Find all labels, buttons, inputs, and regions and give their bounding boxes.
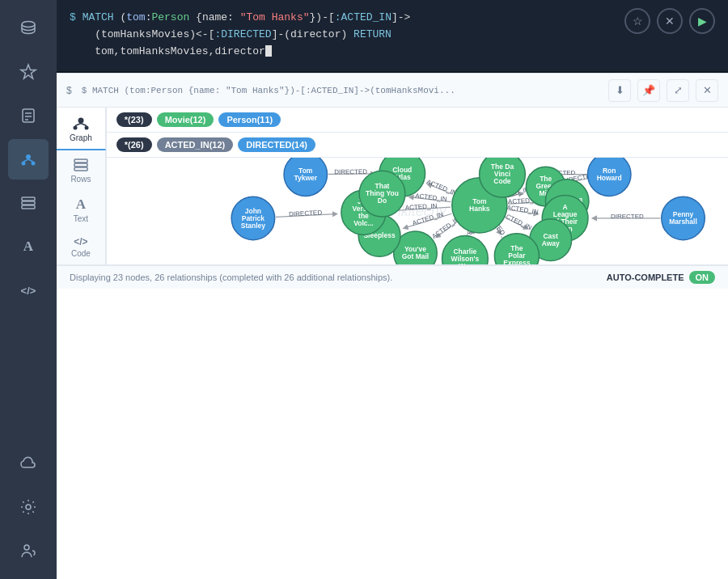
svg-text:DIRECTED: DIRECTED <box>334 168 367 175</box>
svg-text:ACTED_IN: ACTED_IN <box>404 202 437 211</box>
svg-text:Tykwer: Tykwer <box>294 174 317 182</box>
cloud-icon <box>19 454 37 472</box>
result-prompt: $ <box>66 85 72 96</box>
svg-text:DIRECTED: DIRECTED <box>611 213 644 220</box>
query-line2: (tomHanksMovies)<-[:DIRECTED]-(director)… <box>70 27 715 44</box>
svg-rect-11 <box>22 197 35 201</box>
code-icon: </> <box>21 285 36 297</box>
database-icon <box>19 19 37 37</box>
filter-all-rels[interactable]: *(26) <box>116 137 152 152</box>
svg-text:War: War <box>459 262 472 264</box>
graph-svg: ACTED_INACTED_INACTED_INACTED_INACTED_IN… <box>107 158 728 264</box>
svg-text:Howard: Howard <box>596 174 621 182</box>
text-icon: A <box>23 239 33 255</box>
svg-line-10 <box>28 159 33 162</box>
pin-button[interactable]: 📌 <box>637 79 660 102</box>
svg-text:ACTED_IN: ACTED_IN <box>415 192 448 203</box>
sidebar-item-users[interactable] <box>8 530 49 571</box>
graph-section: *(23) Movie(12) Person(11) *(26) ACTED_I… <box>107 108 728 264</box>
svg-point-17 <box>73 126 77 130</box>
sidebar-item-graph[interactable] <box>8 139 49 180</box>
tab-text-label: Text <box>74 214 88 223</box>
match-keyword: MATCH <box>83 11 121 23</box>
view-tabs: Graph Rows A Text </> Code <box>57 108 107 264</box>
users-icon <box>19 542 37 560</box>
svg-text:Marshall: Marshall <box>669 218 697 226</box>
tab-rows[interactable]: Rows <box>57 150 106 190</box>
svg-rect-12 <box>22 201 35 205</box>
svg-rect-13 <box>22 205 35 209</box>
sidebar-item-settings[interactable] <box>8 487 49 527</box>
svg-text:Code: Code <box>493 177 511 185</box>
filter-row-nodes: *(23) Movie(12) Person(11) <box>107 108 728 133</box>
result-panel: $ $ MATCH (tom:Person {name: "Tom Hanks"… <box>57 73 728 579</box>
svg-rect-22 <box>74 163 87 167</box>
status-bar: Displaying 23 nodes, 26 relationships (c… <box>57 265 728 289</box>
svg-point-14 <box>26 505 31 509</box>
svg-rect-23 <box>74 167 87 171</box>
expand-button[interactable]: ⤢ <box>667 79 689 102</box>
auto-complete-value: ON <box>689 271 716 284</box>
filter-acted-in[interactable]: ACTED_IN(12) <box>157 137 234 152</box>
download-button[interactable]: ⬇ <box>608 79 631 102</box>
svg-point-6 <box>26 154 31 159</box>
code-tab-icon: </> <box>74 236 87 247</box>
svg-point-15 <box>24 545 29 550</box>
filter-row-rels: *(26) ACTED_IN(12) DIRECTED(14) <box>107 133 728 158</box>
filter-person[interactable]: Person(11) <box>218 112 281 127</box>
svg-point-7 <box>22 162 26 166</box>
svg-point-0 <box>22 22 35 27</box>
svg-rect-21 <box>74 159 87 163</box>
rows-tab-icon <box>73 157 89 173</box>
text-tab-icon: A <box>76 197 86 213</box>
svg-text:Stanley: Stanley <box>241 222 266 230</box>
close-query-button[interactable]: ✕ <box>657 8 683 34</box>
svg-text:Do: Do <box>378 197 387 205</box>
sidebar-item-history[interactable] <box>8 95 49 136</box>
graph-tab-icon <box>72 114 90 132</box>
svg-text:Volc...: Volc... <box>353 219 373 227</box>
main-content: ☆ ✕ ▶ $ MATCH (tom:Person {name: "Tom Ha… <box>57 0 728 579</box>
status-text: Displaying 23 nodes, 26 relationships (c… <box>70 273 392 282</box>
run-query-button[interactable]: ▶ <box>689 8 715 34</box>
sidebar: A </> <box>0 0 57 579</box>
close-result-button[interactable]: ✕ <box>696 79 718 102</box>
svg-text:Hanks: Hanks <box>469 205 490 213</box>
filter-movie[interactable]: Movie(12) <box>157 112 214 127</box>
filter-directed[interactable]: DIRECTED(14) <box>238 137 315 152</box>
sidebar-item-code[interactable]: </> <box>8 270 49 311</box>
query-line3: tom,tomHanksMovies,director <box>70 44 715 61</box>
sidebar-item-rows[interactable] <box>8 183 49 223</box>
graph-icon <box>19 150 37 168</box>
query-editor[interactable]: ☆ ✕ ▶ $ MATCH (tom:Person {name: "Tom Ha… <box>57 0 728 73</box>
sidebar-item-favorites[interactable] <box>8 52 49 92</box>
result-header: $ $ MATCH (tom:Person {name: "Tom Hanks"… <box>57 74 728 108</box>
prompt: $ <box>70 11 76 23</box>
tab-code[interactable]: </> Code <box>57 230 106 264</box>
svg-marker-1 <box>21 65 36 78</box>
svg-text:ACTED_IN: ACTED_IN <box>412 210 445 226</box>
tab-rows-label: Rows <box>70 175 91 184</box>
svg-text:Away: Away <box>541 239 559 247</box>
editor-toolbar: ☆ ✕ ▶ <box>624 8 715 34</box>
tab-graph-label: Graph <box>70 133 92 142</box>
svg-text:Got Mail: Got Mail <box>401 252 429 260</box>
tab-text[interactable]: A Text <box>57 190 106 230</box>
auto-complete-toggle[interactable]: AUTO-COMPLETE ON <box>607 271 715 284</box>
sidebar-item-cloud[interactable] <box>8 443 49 484</box>
tab-code-label: Code <box>71 249 91 258</box>
gear-icon <box>19 498 37 516</box>
svg-point-18 <box>84 126 88 130</box>
view-tabs-container: Graph Rows A Text </> Code <box>57 108 728 265</box>
graph-area: Vikitechy ACTED_INACTED_INACTED_INACTED_… <box>107 158 728 264</box>
favorite-button[interactable]: ☆ <box>624 8 650 34</box>
sidebar-item-text[interactable]: A <box>8 226 49 267</box>
history-icon <box>19 107 37 125</box>
star-icon <box>19 63 37 81</box>
filter-all-nodes[interactable]: *(23) <box>116 112 152 127</box>
tab-graph[interactable]: Graph <box>57 108 106 150</box>
svg-text:DIRECTED: DIRECTED <box>289 209 323 218</box>
auto-complete-label: AUTO-COMPLETE <box>607 273 684 282</box>
svg-line-20 <box>81 124 87 126</box>
sidebar-item-database[interactable] <box>8 8 49 49</box>
